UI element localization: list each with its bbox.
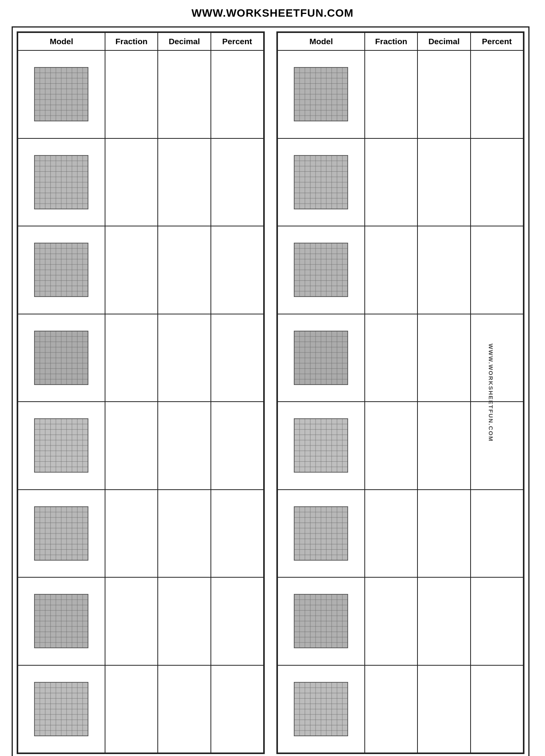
model-cell	[18, 138, 105, 226]
table-row	[18, 577, 264, 665]
percent-cell	[211, 314, 264, 402]
model-cell	[278, 50, 365, 138]
grid-model	[294, 243, 348, 297]
grid-model	[294, 331, 348, 385]
grid-model	[294, 418, 348, 473]
table-row	[18, 226, 264, 314]
fraction-cell	[365, 665, 417, 753]
percent-cell	[211, 138, 264, 226]
model-cell	[18, 665, 105, 753]
model-cell	[278, 490, 365, 578]
model-cell	[18, 577, 105, 665]
fraction-cell	[105, 402, 158, 490]
grid-model	[294, 506, 348, 561]
model-cell	[278, 314, 365, 402]
decimal-cell	[417, 577, 470, 665]
decimal-cell	[158, 665, 210, 753]
fraction-cell	[365, 577, 417, 665]
tables-wrapper: Model Fraction Decimal Percent Model Fra…	[17, 31, 524, 754]
right-table-section: Model Fraction Decimal Percent	[276, 31, 524, 754]
right-header-percent: Percent	[471, 33, 523, 50]
left-header-percent: Percent	[211, 33, 264, 50]
model-cell	[278, 402, 365, 490]
left-header-decimal: Decimal	[158, 33, 210, 50]
table-row	[278, 577, 523, 665]
model-cell	[18, 402, 105, 490]
percent-cell	[211, 490, 264, 578]
grid-model	[34, 67, 88, 121]
outer-border: Model Fraction Decimal Percent Model Fra…	[12, 26, 529, 756]
decimal-cell	[158, 490, 210, 578]
fraction-cell	[105, 577, 158, 665]
model-cell	[278, 577, 365, 665]
decimal-cell	[417, 490, 470, 578]
model-cell	[278, 226, 365, 314]
decimal-cell	[158, 226, 210, 314]
right-header-fraction: Fraction	[365, 33, 417, 50]
percent-cell	[211, 665, 264, 753]
grid-model	[34, 243, 88, 297]
grid-model	[34, 155, 88, 209]
table-row	[278, 314, 523, 402]
grid-model	[34, 331, 88, 385]
percent-cell	[471, 665, 523, 753]
percent-cell	[471, 402, 523, 490]
fraction-cell	[105, 490, 158, 578]
grid-model	[294, 67, 348, 121]
right-table: Model Fraction Decimal Percent	[277, 32, 524, 753]
model-cell	[278, 665, 365, 753]
table-row	[18, 50, 264, 138]
left-header-fraction: Fraction	[105, 33, 158, 50]
grid-model	[294, 682, 348, 736]
table-row	[278, 226, 523, 314]
left-table: Model Fraction Decimal Percent	[17, 32, 264, 753]
fraction-cell	[365, 314, 417, 402]
decimal-cell	[158, 314, 210, 402]
fraction-cell	[365, 490, 417, 578]
decimal-cell	[158, 402, 210, 490]
fraction-cell	[365, 138, 417, 226]
model-cell	[18, 50, 105, 138]
decimal-cell	[158, 138, 210, 226]
decimal-cell	[158, 577, 210, 665]
percent-cell	[211, 577, 264, 665]
fraction-cell	[365, 402, 417, 490]
grid-model	[34, 682, 88, 736]
decimal-cell	[158, 50, 210, 138]
percent-cell	[211, 50, 264, 138]
percent-cell	[471, 50, 523, 138]
model-cell	[18, 490, 105, 578]
percent-cell	[471, 226, 523, 314]
table-row	[18, 665, 264, 753]
model-cell	[18, 314, 105, 402]
percent-cell	[471, 577, 523, 665]
decimal-cell	[417, 50, 470, 138]
fraction-cell	[105, 314, 158, 402]
grid-model	[34, 506, 88, 561]
right-header-model: Model	[278, 33, 365, 50]
table-row	[278, 665, 523, 753]
decimal-cell	[417, 138, 470, 226]
fraction-cell	[105, 50, 158, 138]
percent-cell	[471, 138, 523, 226]
table-row	[18, 314, 264, 402]
grid-model	[294, 594, 348, 648]
left-header-model: Model	[18, 33, 105, 50]
decimal-cell	[417, 314, 470, 402]
fraction-cell	[365, 226, 417, 314]
fraction-cell	[365, 50, 417, 138]
table-row	[278, 490, 523, 578]
fraction-cell	[105, 138, 158, 226]
percent-cell	[211, 226, 264, 314]
watermark: WWW.WORKSHEETFUN.COM	[488, 343, 494, 442]
fraction-cell	[105, 226, 158, 314]
left-table-section: Model Fraction Decimal Percent	[17, 31, 265, 754]
page-title: WWW.WORKSHEETFUN.COM	[0, 0, 545, 23]
percent-cell	[471, 314, 523, 402]
grid-model	[34, 418, 88, 473]
table-row	[18, 138, 264, 226]
table-row	[278, 402, 523, 490]
decimal-cell	[417, 226, 470, 314]
table-row	[278, 50, 523, 138]
table-row	[18, 490, 264, 578]
